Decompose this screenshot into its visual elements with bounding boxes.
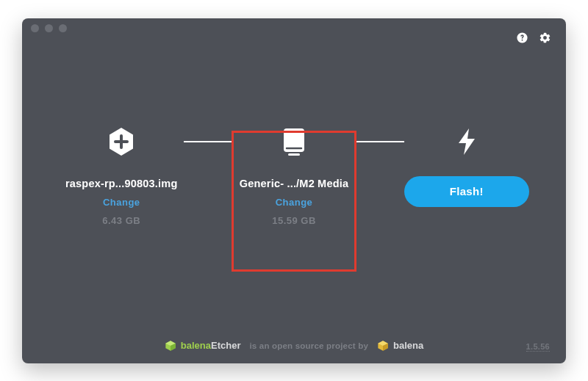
brand-balena-text: balena: [181, 340, 211, 351]
plus-hexagon-icon: [106, 126, 137, 157]
change-drive-link[interactable]: Change: [276, 197, 313, 208]
brand-balena2-text: balena: [393, 340, 423, 351]
drive-name-label: Generic- .../M2 Media: [240, 178, 348, 189]
cube-icon: [165, 340, 176, 352]
zoom-traffic-light[interactable]: [59, 24, 67, 32]
footer: balenaEtcher is an open source project b…: [22, 328, 566, 363]
main-content: raspex-rp...90803.img Change 6.43 GB Gen…: [22, 39, 566, 328]
cube-icon: [377, 340, 389, 352]
image-filename-label: raspex-rp...90803.img: [65, 178, 178, 189]
svg-rect-5: [288, 153, 300, 156]
footer-mid-text: is an open source project by: [249, 341, 368, 350]
connector-line: [356, 141, 404, 142]
brand-etcher[interactable]: balenaEtcher: [165, 340, 241, 352]
close-traffic-light[interactable]: [31, 24, 39, 32]
brand-etcher-text: Etcher: [211, 340, 240, 351]
flash-bolt-icon: [451, 126, 482, 157]
drive-size-label: 15.59 GB: [272, 215, 316, 226]
minimize-traffic-light[interactable]: [45, 24, 53, 32]
change-image-link[interactable]: Change: [103, 197, 140, 208]
app-window: raspex-rp...90803.img Change 6.43 GB Gen…: [22, 18, 566, 363]
svg-marker-6: [459, 128, 475, 155]
steps-row: raspex-rp...90803.img Change 6.43 GB Gen…: [59, 126, 529, 226]
version-label[interactable]: 1.5.56: [526, 342, 550, 352]
step-select-image: raspex-rp...90803.img Change 6.43 GB: [59, 126, 184, 226]
step-select-drive: Generic- .../M2 Media Change 15.59 GB: [232, 126, 356, 226]
brand-balena[interactable]: balena: [377, 340, 423, 352]
step-flash: Flash!: [404, 126, 529, 207]
drive-icon: [279, 126, 309, 157]
titlebar: [22, 18, 566, 39]
connector-line: [184, 141, 231, 142]
flash-button[interactable]: Flash!: [404, 176, 529, 207]
image-size-label: 6.43 GB: [102, 215, 140, 226]
